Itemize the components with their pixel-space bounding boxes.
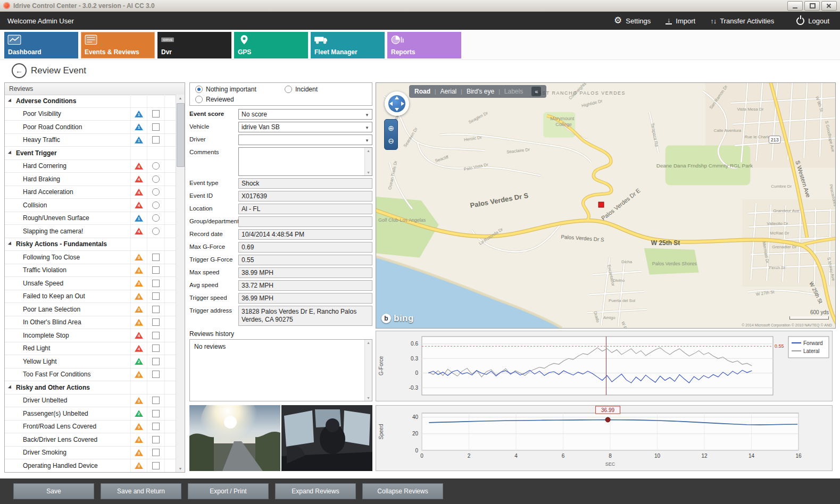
tab-fleet[interactable]: Fleet Manager (311, 32, 385, 58)
tree-expander-icon[interactable] (8, 150, 13, 155)
tree-item-row[interactable]: Hard Acceleration4 (5, 186, 176, 199)
pan-north-icon[interactable] (395, 96, 399, 99)
tree-item-row[interactable]: Driver Unbelted3 (5, 394, 176, 408)
pan-west-icon[interactable] (389, 102, 393, 106)
field-scrollbar[interactable]: ▲▼ (364, 148, 372, 175)
tree-item-row[interactable]: Poor Visibility1 (5, 108, 176, 121)
hard-braking-radio[interactable] (152, 175, 160, 183)
classification-option-incident[interactable]: Incident (285, 86, 367, 93)
failed-to-keep-an-out-checkbox[interactable] (152, 292, 160, 300)
map-compass-control[interactable] (385, 91, 409, 116)
scroll-up-icon[interactable]: ▲ (176, 96, 185, 100)
tree-item-row[interactable]: Poor Lane Selection3 (5, 303, 176, 316)
expand-reviews-button[interactable]: Expand Reviews (275, 483, 356, 499)
tab-gps[interactable]: GPS (234, 32, 308, 58)
tree-item-row[interactable]: Unsafe Speed3 (5, 277, 176, 290)
tree-item-row[interactable]: Red Light4 (5, 342, 176, 356)
hard-acceleration-radio[interactable] (152, 188, 160, 196)
tree-item-row[interactable]: Rough/Uneven Surface1 (5, 212, 176, 225)
poor-visibility-checkbox[interactable] (152, 110, 160, 117)
map-view-labels[interactable]: Labels (504, 88, 523, 95)
scroll-up-icon[interactable]: ▲ (367, 149, 370, 153)
tree-group-row[interactable]: Risky and Other Actions (5, 381, 176, 394)
driver-unbelted-checkbox[interactable] (152, 397, 160, 404)
tree-item-row[interactable]: In Other's Blind Area3 (5, 316, 176, 330)
nothing-important-radio[interactable] (195, 86, 203, 93)
map-collapse-button[interactable]: « (531, 87, 541, 96)
back-button[interactable]: ← (12, 63, 27, 78)
tree-item-row[interactable]: Poor Road Condition1 (5, 121, 176, 134)
unsafe-speed-checkbox[interactable] (152, 280, 160, 287)
bing-map-canvas[interactable]: EAST RANCHO PALOS VERDESMarymountCollege… (376, 83, 835, 328)
hard-cornering-radio[interactable] (152, 162, 160, 170)
pan-east-icon[interactable] (401, 102, 404, 106)
tree-item-row[interactable]: Collision4 (5, 199, 176, 212)
tree-item-row[interactable]: Incomplete Stop4 (5, 329, 176, 342)
tab-events[interactable]: Events & Reviews (81, 32, 155, 58)
map-view-aerial[interactable]: Aerial (440, 88, 457, 95)
map-zoom-control[interactable]: ⊕ ⊖ (384, 119, 398, 150)
heavy-traffic-checkbox[interactable] (152, 136, 160, 144)
tree-expander-icon[interactable] (8, 242, 13, 247)
save-and-return-button[interactable]: Save and Return (101, 483, 181, 499)
tree-item-row[interactable]: Yellow Light2 (5, 355, 176, 368)
incident-radio[interactable] (285, 86, 292, 93)
export-print-button[interactable]: Export / Print (188, 483, 269, 499)
reviews-history-box[interactable]: No reviews ▲▼ (189, 339, 372, 401)
zoom-in-icon[interactable]: ⊕ (388, 124, 394, 132)
tree-expander-icon[interactable] (8, 385, 13, 390)
classification-option-nothing-important[interactable]: Nothing important (195, 86, 285, 93)
topbar-action-logout[interactable]: Logout (796, 17, 829, 25)
close-button[interactable] (821, 1, 837, 11)
driver-cabin-camera-video[interactable] (281, 405, 372, 471)
incomplete-stop-checkbox[interactable] (152, 332, 160, 339)
scrollbar-thumb[interactable] (177, 103, 185, 167)
topbar-action-transfer[interactable]: ↑↓Transfer Activities (710, 17, 774, 25)
tree-item-row[interactable]: Hard Braking4 (5, 173, 176, 186)
tree-item-row[interactable]: Hard Cornering4 (5, 160, 176, 173)
tree-item-row[interactable]: Back/Driver Lens Covered3 (5, 433, 176, 447)
tree-item-row[interactable]: Traffic Violation3 (5, 264, 176, 278)
event-score-select[interactable]: No score▼ (238, 109, 372, 120)
pan-south-icon[interactable] (395, 108, 399, 111)
tree-item-row[interactable]: Following Too Close3 (5, 251, 176, 264)
collision-radio[interactable] (152, 201, 160, 209)
tree-group-row[interactable]: Adverse Conditions (5, 95, 176, 108)
map-view-bird-s-eye[interactable]: Bird's eye (467, 88, 494, 95)
maximize-button[interactable] (804, 1, 820, 11)
tab-reports[interactable]: Reports (387, 32, 461, 58)
tree-item-row[interactable]: Slapping the camera!4 (5, 225, 176, 238)
topbar-action-import[interactable]: ↓Import (666, 17, 695, 25)
event-location-marker[interactable] (598, 202, 604, 207)
trigger-speed-marker[interactable] (605, 417, 610, 422)
save-button[interactable]: Save (13, 483, 94, 499)
scroll-up-icon[interactable]: ▲ (367, 341, 370, 345)
front-road-camera-video[interactable] (189, 405, 280, 471)
tree-group-row[interactable]: Event Trigger (5, 147, 176, 160)
topbar-action-settings[interactable]: ⚙Settings (614, 16, 651, 25)
passenger-s-unbelted-checkbox[interactable] (152, 410, 160, 417)
slapping-the-camera-radio[interactable] (152, 228, 160, 235)
classification-option-reviewed[interactable]: Reviewed (195, 96, 285, 103)
rough-uneven-surface-radio[interactable] (152, 214, 160, 222)
operating-handled-device-checkbox[interactable] (152, 462, 160, 469)
tab-dvr[interactable]: IDRIVEDvr (157, 32, 231, 58)
map-view-road[interactable]: Road (414, 88, 430, 95)
in-other-s-blind-area-checkbox[interactable] (152, 318, 160, 326)
tree-item-row[interactable]: Operating Handled Device3 (5, 459, 176, 472)
tree-expander-icon[interactable] (8, 98, 13, 103)
traffic-violation-checkbox[interactable] (152, 266, 160, 274)
tree-item-row[interactable]: Failed to Keep an Out3 (5, 290, 176, 304)
collapse-reviews-button[interactable]: Collapse Reviews (362, 483, 443, 499)
tab-dashboard[interactable]: Dashboard (4, 32, 78, 58)
field-scrollbar[interactable]: ▲▼ (364, 340, 372, 401)
too-fast-for-conditions-checkbox[interactable] (152, 371, 160, 378)
scroll-down-icon[interactable]: ▼ (367, 171, 370, 174)
scroll-down-icon[interactable]: ▼ (176, 467, 185, 471)
tree-item-row[interactable]: Heavy Traffic1 (5, 134, 176, 147)
driver-smoking-checkbox[interactable] (152, 449, 160, 456)
driver-select[interactable]: ▼ (238, 135, 372, 145)
following-too-close-checkbox[interactable] (152, 254, 160, 261)
reviewed-radio[interactable] (195, 96, 203, 103)
vehicle-select[interactable]: idrive Van SB▼ (238, 122, 372, 132)
